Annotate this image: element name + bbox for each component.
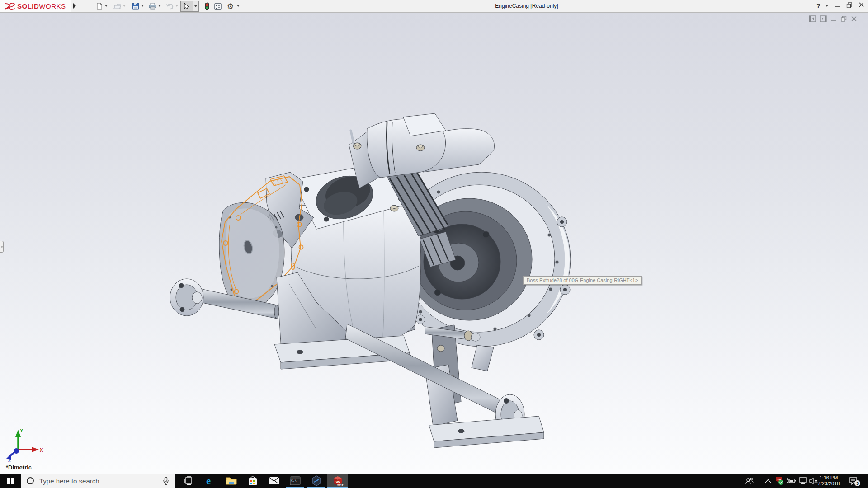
solidworks-status-tray[interactable]: SW bbox=[774, 474, 785, 488]
svg-text:e: e bbox=[206, 475, 211, 486]
select-tool-button[interactable] bbox=[180, 1, 193, 12]
restore-icon bbox=[846, 2, 853, 8]
options-button[interactable]: ⚙ bbox=[225, 1, 236, 11]
open-button[interactable] bbox=[112, 1, 123, 11]
cortana-icon bbox=[27, 477, 34, 484]
mail-icon bbox=[269, 477, 279, 485]
help-dropdown[interactable] bbox=[826, 5, 828, 7]
hexagon-tool-button[interactable] bbox=[306, 474, 327, 488]
chevron-up-icon bbox=[765, 479, 771, 483]
store-icon bbox=[248, 475, 258, 486]
window-title: EngineCasing [Read-only] bbox=[470, 3, 583, 9]
undo-icon bbox=[166, 3, 174, 10]
save-dropdown[interactable] bbox=[141, 5, 144, 7]
task-view-button[interactable] bbox=[178, 474, 199, 488]
properties-list-icon bbox=[214, 3, 222, 10]
select-cursor-icon bbox=[184, 3, 190, 10]
taskbar: Type here to search e bbox=[0, 474, 868, 488]
doc-close-icon[interactable] bbox=[851, 15, 857, 22]
traffic-light-icon bbox=[204, 2, 210, 10]
save-icon bbox=[132, 3, 139, 10]
close-icon bbox=[859, 2, 864, 8]
undo-button[interactable] bbox=[165, 1, 175, 11]
new-dropdown[interactable] bbox=[105, 5, 108, 7]
pane-collapse-left-icon[interactable] bbox=[809, 15, 816, 22]
svg-text:2017: 2017 bbox=[337, 484, 344, 487]
power-battery-icon bbox=[786, 478, 796, 484]
orientation-triad: Y X Z bbox=[3, 427, 44, 462]
task-view-icon bbox=[184, 476, 194, 485]
feature-tooltip: Boss-Extrude28 of 00G-Engine Casing-RIGH… bbox=[523, 276, 642, 285]
solidworks-swirl-icon bbox=[4, 2, 15, 10]
titlebar: SOLIDWORKS bbox=[0, 0, 868, 13]
people-icon bbox=[745, 477, 754, 484]
notification-badge: 3 bbox=[854, 480, 860, 486]
svg-text:C:\: C:\ bbox=[291, 479, 297, 483]
solidworks-logo[interactable]: SOLIDWORKS bbox=[0, 0, 71, 12]
file-properties-button[interactable] bbox=[212, 1, 223, 11]
close-button[interactable] bbox=[859, 2, 864, 9]
triad-z-label: Z bbox=[8, 458, 11, 462]
mail-button[interactable] bbox=[263, 474, 284, 488]
store-button[interactable] bbox=[242, 474, 263, 488]
command-prompt-icon: C:\ bbox=[290, 476, 301, 485]
solidworks-wordmark: SOLIDWORKS bbox=[17, 2, 66, 10]
rebuild-button[interactable] bbox=[202, 1, 212, 11]
print-dropdown[interactable] bbox=[158, 5, 161, 7]
undo-dropdown[interactable] bbox=[175, 5, 178, 7]
help-button[interactable]: ? bbox=[816, 2, 821, 9]
taskbar-apps: e bbox=[178, 474, 348, 488]
people-button[interactable] bbox=[744, 474, 755, 488]
microphone-icon[interactable] bbox=[163, 477, 169, 485]
solidworks-app-icon: SW 2017 bbox=[332, 475, 344, 487]
clock-date: 7/23/2018 bbox=[814, 481, 844, 487]
network-status[interactable] bbox=[797, 474, 808, 488]
search-placeholder: Type here to search bbox=[39, 477, 163, 485]
hexagon-tool-icon bbox=[311, 475, 322, 486]
show-desktop-button[interactable] bbox=[866, 474, 868, 488]
edge-button[interactable]: e bbox=[199, 474, 221, 488]
start-button[interactable] bbox=[0, 474, 21, 488]
print-button[interactable] bbox=[147, 1, 158, 11]
triad-y-label: Y bbox=[20, 428, 24, 433]
restore-button[interactable] bbox=[846, 2, 853, 9]
view-orientation-label: *Dimetric bbox=[6, 464, 32, 471]
tray-overflow-button[interactable] bbox=[763, 474, 773, 488]
edge-icon: e bbox=[205, 475, 216, 486]
gear-icon: ⚙ bbox=[227, 3, 234, 10]
print-icon bbox=[149, 3, 156, 10]
new-document-button[interactable] bbox=[94, 1, 104, 11]
select-tool-dropdown[interactable] bbox=[193, 1, 199, 12]
featuremanager-splitter-tab[interactable] bbox=[0, 241, 4, 253]
command-prompt-button[interactable]: C:\ bbox=[284, 474, 306, 488]
doc-minimize-icon[interactable] bbox=[830, 15, 837, 22]
toolbar-flyout-arrow[interactable] bbox=[73, 3, 76, 9]
svg-text:SW: SW bbox=[335, 480, 340, 484]
solidworks-taskbar-button[interactable]: SW 2017 bbox=[327, 474, 348, 488]
file-explorer-icon bbox=[226, 476, 237, 485]
pane-expand-right-icon[interactable] bbox=[820, 15, 827, 22]
new-document-icon bbox=[96, 3, 103, 10]
triad-x-label: X bbox=[40, 447, 43, 453]
taskbar-clock[interactable]: 1:16 PM 7/23/2018 bbox=[814, 475, 844, 487]
windows-logo-icon bbox=[7, 478, 14, 484]
doc-restore-icon[interactable] bbox=[840, 15, 847, 22]
minimize-button[interactable] bbox=[835, 2, 840, 9]
save-button[interactable] bbox=[130, 1, 141, 11]
graphics-area[interactable]: Boss-Extrude28 of 00G-Engine Casing-RIGH… bbox=[0, 13, 868, 474]
file-explorer-button[interactable] bbox=[221, 474, 242, 488]
solidworks-status-icon: SW bbox=[775, 477, 784, 485]
power-status[interactable] bbox=[786, 474, 797, 488]
network-icon bbox=[799, 477, 807, 484]
clock-time: 1:16 PM bbox=[814, 475, 844, 481]
options-dropdown[interactable] bbox=[237, 5, 240, 7]
open-dropdown[interactable] bbox=[123, 5, 126, 7]
document-window-controls bbox=[809, 15, 857, 22]
open-icon bbox=[113, 3, 121, 10]
taskbar-search[interactable]: Type here to search bbox=[21, 474, 175, 488]
